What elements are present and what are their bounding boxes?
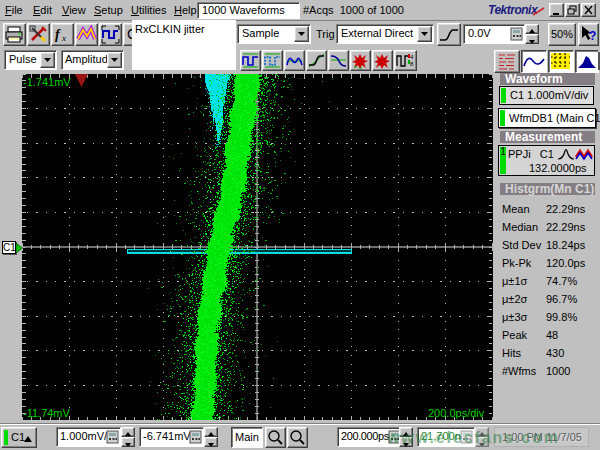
svg-text:8: 8: [410, 61, 414, 67]
svg-text:4: 4: [410, 54, 414, 60]
svg-text:f: f: [55, 27, 61, 42]
svg-text:x: x: [61, 33, 66, 43]
svg-text:?: ?: [589, 29, 596, 43]
